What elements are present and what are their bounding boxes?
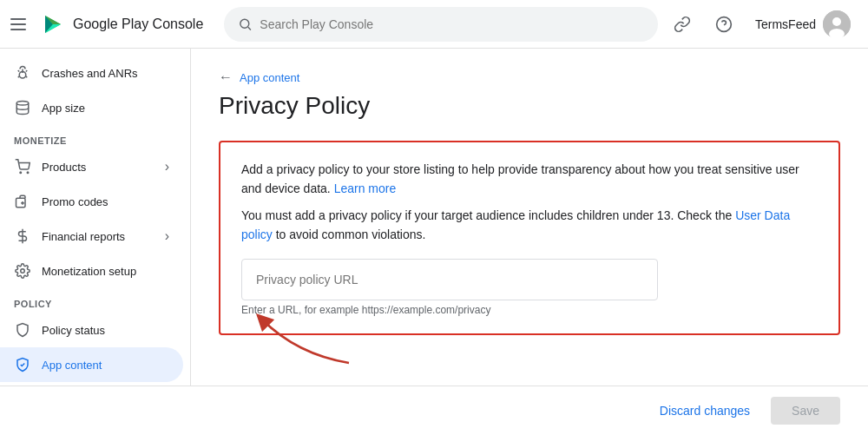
sidebar-item-label: Products [42, 161, 86, 174]
sidebar-item-promo[interactable]: Promo codes [0, 184, 183, 219]
app-name-label: Google Play Console [73, 16, 203, 32]
privacy-policy-url-input[interactable] [241, 259, 658, 300]
sidebar: Crashes and ANRs App size Monetize Produ… [0, 49, 191, 386]
link-icon [674, 16, 691, 33]
shield-check-icon [14, 356, 31, 373]
sidebar-item-app-content[interactable]: App content [0, 347, 183, 382]
sidebar-item-policy-status[interactable]: Policy status [0, 313, 183, 347]
svg-line-13 [18, 70, 20, 72]
header-logo[interactable]: Google Play Console [38, 10, 203, 38]
sidebar-item-label: Policy status [42, 324, 105, 337]
header: Google Play Console TermsFeed [0, 0, 868, 49]
breadcrumb-label: App content [240, 71, 299, 84]
expand-icon: › [165, 228, 169, 244]
footer-bar: Discard changes Save [0, 386, 868, 435]
avatar [823, 10, 851, 38]
svg-line-16 [26, 76, 28, 78]
sidebar-item-label: Promo codes [42, 195, 108, 208]
user-account[interactable]: TermsFeed [748, 7, 858, 42]
menu-icon[interactable] [10, 14, 31, 35]
svg-point-17 [16, 102, 29, 106]
monetize-section-label: Monetize [0, 125, 190, 149]
annotation-arrow [227, 302, 384, 372]
save-button[interactable]: Save [771, 397, 840, 425]
sidebar-item-label: App content [42, 359, 102, 372]
sidebar-item-appsize[interactable]: App size [0, 90, 183, 125]
header-actions: TermsFeed [665, 7, 858, 42]
sidebar-item-financial[interactable]: Financial reports › [0, 219, 183, 254]
main-content: ← App content Privacy Policy Add a priva… [191, 49, 868, 386]
help-icon-button[interactable] [707, 7, 741, 42]
page-title: Privacy Policy [219, 92, 840, 120]
sidebar-item-label: Financial reports [42, 230, 125, 243]
link-icon-button[interactable] [665, 7, 700, 42]
card-line2: You must add a privacy policy if your ta… [241, 206, 818, 245]
svg-line-14 [26, 70, 28, 72]
policy-section-label: Policy [0, 288, 190, 313]
svg-point-19 [27, 172, 29, 174]
footer-actions: Discard changes Save [646, 397, 840, 425]
play-logo-icon [38, 10, 66, 38]
sidebar-item-label: App size [42, 102, 85, 115]
svg-line-6 [248, 27, 251, 30]
svg-point-10 [832, 17, 841, 26]
search-bar[interactable] [224, 7, 658, 42]
search-icon [238, 16, 253, 32]
sidebar-item-label: Crashes and ANRs [42, 67, 138, 80]
financial-icon [14, 227, 31, 245]
user-name-label: TermsFeed [755, 17, 816, 31]
annotation-area [219, 354, 840, 386]
shield-icon [14, 321, 31, 339]
search-input[interactable] [260, 17, 644, 31]
sidebar-item-label: Monetization setup [42, 265, 136, 278]
cart-icon [14, 158, 31, 175]
storage-icon [14, 99, 31, 116]
card-line1: Add a privacy policy to your store listi… [241, 160, 818, 199]
back-arrow-icon: ← [219, 69, 233, 85]
discard-changes-button[interactable]: Discard changes [646, 397, 764, 425]
tag-icon [14, 193, 31, 210]
gear-icon [14, 262, 31, 280]
sidebar-item-crashes[interactable]: Crashes and ANRs [0, 56, 183, 90]
sidebar-item-monetization-setup[interactable]: Monetization setup [0, 254, 183, 288]
learn-more-link[interactable]: Learn more [334, 181, 397, 195]
svg-point-5 [240, 19, 249, 28]
svg-point-18 [20, 172, 22, 174]
svg-point-24 [21, 269, 25, 274]
expand-icon: › [165, 159, 169, 175]
help-icon [715, 16, 733, 33]
svg-line-15 [18, 76, 20, 78]
breadcrumb[interactable]: ← App content [219, 69, 840, 85]
sidebar-item-products[interactable]: Products › [0, 149, 183, 184]
body-layout: Crashes and ANRs App size Monetize Produ… [0, 49, 868, 386]
bug-icon [14, 64, 31, 82]
